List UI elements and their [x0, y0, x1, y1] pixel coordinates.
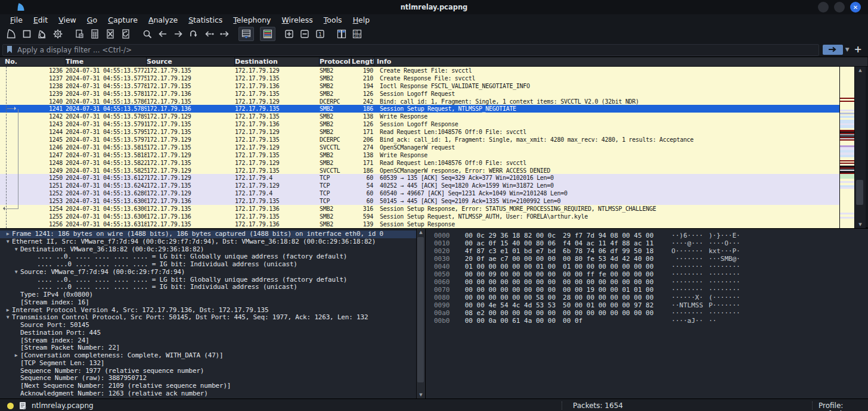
toolbar-number-columns-button[interactable]: 123	[349, 27, 365, 41]
toolbar-reload-file-button[interactable]	[118, 27, 134, 41]
hex-row[interactable]: 003020 0f ae c7 00 00 00 0000 80 fe 53 4…	[426, 255, 868, 263]
expander-collapsed-icon[interactable]: ▶	[4, 307, 12, 315]
menu-item-capture[interactable]: Capture	[103, 15, 143, 24]
filter-bookmark-icon[interactable]	[6, 46, 13, 54]
packet-row[interactable]: 12452024-07-31 04:55:13.5797…172.17.79.1…	[0, 136, 839, 144]
column-header-no[interactable]: No.	[0, 57, 66, 66]
hex-row[interactable]: 006000 00 00 00 00 00 00 0000 00 00 00 0…	[426, 278, 868, 286]
filter-dropdown-caret[interactable]: ▼	[845, 46, 850, 52]
packet-row[interactable]: 12462024-07-31 04:55:13.5815…172.17.79.1…	[0, 144, 839, 151]
packet-row[interactable]: 12382024-07-31 04:55:13.5778…172.17.79.1…	[0, 82, 839, 90]
expander-expanded-icon[interactable]: ▼	[12, 246, 20, 254]
packet-row[interactable]: 12362024-07-31 04:55:13.5772…172.17.79.1…	[0, 67, 839, 74]
packet-row[interactable]: 12402024-07-31 04:55:13.5786…172.17.79.1…	[0, 98, 839, 105]
toolbar-capture-restart-button[interactable]	[35, 27, 50, 41]
toolbar-zoom-original-button[interactable]: 1	[312, 27, 328, 41]
apply-filter-button[interactable]	[823, 45, 843, 55]
packet-row[interactable]: 12492024-07-31 04:55:13.5825…172.17.79.1…	[0, 167, 839, 175]
hex-row[interactable]: 005000 00 09 00 00 00 00 0000 00 ff fe 0…	[426, 270, 868, 278]
packet-row[interactable]: 12442024-07-31 04:55:13.5795…172.17.79.1…	[0, 128, 839, 136]
packet-row[interactable]: 12522024-07-31 04:55:13.6280…172.17.79.1…	[0, 189, 839, 197]
hex-row[interactable]: 00a008 e2 00 00 00 00 00 0000 00 00 00 0…	[426, 309, 868, 317]
toolbar-go-to-packet-button[interactable]	[186, 27, 202, 41]
detail-scrollbar-thumb[interactable]	[417, 237, 424, 382]
detail-tree-row[interactable]: ▶Frame 1241: 186 bytes on wire (1488 bit…	[0, 231, 416, 238]
packet-row[interactable]: 12512024-07-31 04:55:13.6242…172.17.79.1…	[0, 182, 839, 189]
toolbar-zoom-in-button[interactable]	[281, 27, 297, 41]
packet-row[interactable]: 12472024-07-31 04:55:13.5818…172.17.79.1…	[0, 151, 839, 159]
expander-expanded-icon[interactable]: ▼	[12, 269, 20, 276]
status-profile[interactable]: Profile: Default	[812, 401, 868, 410]
detail-tree-row[interactable]: ▶[Conversation completeness: Complete, W…	[0, 352, 416, 360]
hex-row[interactable]: 009000 00 4e 54 4c 4d 53 5350 00 01 00 0…	[426, 301, 868, 309]
toolbar-zoom-out-button[interactable]	[297, 27, 312, 41]
column-header-info[interactable]: Info	[374, 57, 868, 66]
hex-row[interactable]: 00204f 87 c3 e1 01 bd e7 bd6b 78 74 06 d…	[426, 247, 868, 255]
hex-row[interactable]: 001000 ac 0f 15 40 00 80 06f4 04 ac 11 4…	[426, 239, 868, 247]
detail-tree-row[interactable]: [Next Sequence Number: 2109 (relative se…	[0, 382, 416, 390]
packet-row[interactable]: 12542024-07-31 04:55:13.6300…172.17.79.1…	[0, 205, 839, 213]
packet-row[interactable]: 12412024-07-31 04:55:13.5789…172.17.79.1…	[0, 105, 839, 113]
toolbar-next-packet-button[interactable]	[217, 27, 232, 41]
scrollbar-thumb[interactable]	[856, 180, 863, 205]
add-filter-button[interactable]: +	[852, 43, 866, 56]
packet-row[interactable]: 12532024-07-31 04:55:13.6300…172.17.79.1…	[0, 197, 839, 205]
detail-scroll-down-icon[interactable]: ▼	[417, 391, 425, 398]
detail-tree-row[interactable]: .... ...0 .... .... .... .... = IG bit: …	[0, 261, 416, 269]
detail-tree-row[interactable]: ▼Ethernet II, Src: VMware_f7:7d:94 (00:0…	[0, 238, 416, 246]
menu-item-wireless[interactable]: Wireless	[277, 15, 318, 24]
menu-item-go[interactable]: Go	[82, 15, 103, 24]
close-button[interactable]: ✕	[850, 2, 861, 13]
column-header-length[interactable]: Length	[352, 57, 374, 66]
expander-expanded-icon[interactable]: ▼	[4, 238, 12, 246]
detail-tree-row[interactable]: Destination Port: 445	[0, 329, 416, 337]
packet-list-scrollbar[interactable]: ▲ ▼	[854, 67, 866, 228]
toolbar-colorize-button[interactable]	[260, 27, 275, 41]
toolbar-previous-packet-button[interactable]	[202, 27, 217, 41]
expander-expanded-icon[interactable]: ▼	[4, 314, 12, 322]
expander-collapsed-icon[interactable]: ▶	[12, 352, 20, 360]
capture-comment-icon[interactable]	[19, 401, 26, 410]
detail-pane-scrollbar[interactable]: ▲ ▼	[416, 229, 425, 398]
packet-row[interactable]: 12372024-07-31 04:55:13.5775…172.17.79.1…	[0, 74, 839, 82]
packet-row[interactable]: 12552024-07-31 04:55:13.6306…172.17.79.1…	[0, 213, 839, 220]
hex-row[interactable]: 000000 0c 29 36 18 82 00 0c29 f7 7d 94 0…	[426, 232, 868, 239]
packet-row[interactable]: 12482024-07-31 04:55:13.5822…172.17.79.1…	[0, 159, 839, 167]
packet-row[interactable]: 12422024-07-31 04:55:13.5789…172.17.79.1…	[0, 113, 839, 120]
packet-row[interactable]: 12502024-07-31 04:55:13.6127…172.17.79.1…	[0, 174, 839, 182]
detail-tree-row[interactable]: Acknowledgment Number: 1263 (relative ac…	[0, 390, 416, 398]
detail-tree-row[interactable]: [Stream index: 16]	[0, 299, 416, 307]
toolbar-capture-start-button[interactable]	[4, 27, 19, 41]
column-header-time[interactable]: Time	[66, 57, 147, 66]
menu-item-help[interactable]: Help	[348, 15, 376, 24]
hex-row[interactable]: 004001 00 00 00 00 00 01 0001 00 00 00 0…	[426, 263, 868, 270]
menu-item-statistics[interactable]: Statistics	[183, 15, 228, 24]
detail-scroll-up-icon[interactable]: ▲	[417, 229, 425, 236]
maximize-button[interactable]	[834, 2, 845, 13]
hex-row[interactable]: 008000 00 00 00 00 00 58 0028 00 00 00 0…	[426, 294, 868, 301]
intelligent-scrollbar-minimap[interactable]	[839, 67, 854, 228]
minimize-button[interactable]	[818, 2, 829, 13]
scroll-down-arrow-icon[interactable]: ▼	[855, 221, 866, 228]
toolbar-capture-stop-button[interactable]	[19, 27, 35, 41]
toolbar-go-back-button[interactable]	[155, 27, 170, 41]
column-header-destination[interactable]: Destination	[235, 57, 320, 66]
column-header-source[interactable]: Source	[147, 57, 235, 66]
toolbar-capture-options-button[interactable]	[50, 27, 66, 41]
detail-tree-row[interactable]: Type: IPv4 (0x0800)	[0, 291, 416, 299]
hex-row[interactable]: 00b000 00 0a 00 61 4a 00 0000 0f····aJ··…	[426, 317, 868, 325]
hex-row[interactable]: 007000 00 00 00 00 00 00 0000 00 19 00 0…	[426, 286, 868, 294]
packet-row[interactable]: 12392024-07-31 04:55:13.5781…172.17.79.1…	[0, 90, 839, 98]
toolbar-auto-scroll-button[interactable]	[238, 27, 254, 41]
detail-tree-row[interactable]: ▼Source: VMware_f7:7d:94 (00:0c:29:f7:7d…	[0, 269, 416, 276]
detail-tree-row[interactable]: Source Port: 50145	[0, 322, 416, 329]
column-header-protocol[interactable]: Protocol	[320, 57, 352, 66]
toolbar-go-forward-button[interactable]	[170, 27, 186, 41]
detail-tree-row[interactable]: [TCP Segment Len: 132]	[0, 360, 416, 368]
packet-row[interactable]: 12432024-07-31 04:55:13.5791…172.17.79.1…	[0, 120, 839, 128]
scroll-up-arrow-icon[interactable]: ▲	[855, 67, 866, 74]
toolbar-open-file-button[interactable]	[72, 27, 87, 41]
menu-item-file[interactable]: File	[5, 15, 28, 24]
toolbar-save-file-button[interactable]	[87, 27, 103, 41]
menu-item-analyze[interactable]: Analyze	[143, 15, 183, 24]
